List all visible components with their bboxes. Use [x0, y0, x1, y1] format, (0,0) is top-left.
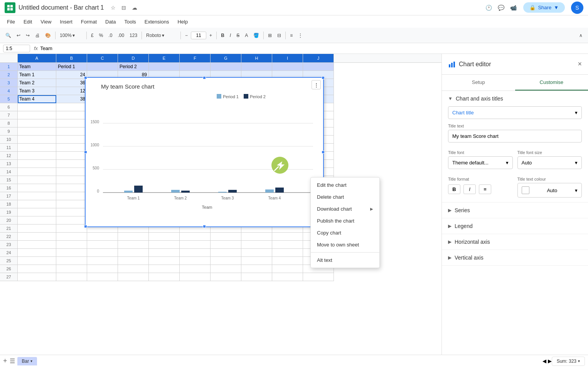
row-header-18[interactable]: 18: [0, 200, 18, 208]
cell-B18[interactable]: [56, 200, 87, 208]
col-header-I[interactable]: I: [272, 54, 303, 62]
cell-G27[interactable]: [211, 273, 241, 281]
history-icon[interactable]: 🕐: [485, 4, 492, 12]
ctx-download-chart[interactable]: Download chart ▶: [311, 203, 379, 215]
cell-A24[interactable]: [18, 249, 56, 257]
cell-F24[interactable]: [180, 249, 211, 257]
row-header-3[interactable]: 3: [0, 79, 18, 87]
menu-view[interactable]: View: [37, 17, 55, 26]
cell-A4[interactable]: Team 3: [18, 87, 56, 95]
cell-A27[interactable]: [18, 273, 56, 281]
cell-G26[interactable]: [211, 265, 241, 273]
cell-A25[interactable]: [18, 257, 56, 265]
borders-button[interactable]: ⊞: [266, 31, 274, 40]
row-header-8[interactable]: 8: [0, 119, 18, 127]
resize-handle-bl[interactable]: [84, 225, 87, 228]
ctx-move-sheet[interactable]: Move to own sheet: [311, 239, 379, 251]
cell-D1[interactable]: Period 2: [118, 63, 149, 71]
resize-handle-ml[interactable]: [84, 151, 87, 154]
font-decrease-button[interactable]: −: [183, 31, 190, 40]
cell-A17[interactable]: [18, 192, 56, 200]
cell-E22[interactable]: [149, 233, 180, 241]
row-header-21[interactable]: 21: [0, 225, 18, 233]
chart-title-dropdown[interactable]: Chart title ▾: [448, 106, 582, 119]
cell-G22[interactable]: [211, 233, 241, 241]
scroll-left-button[interactable]: ◀: [543, 358, 546, 364]
cell-A14[interactable]: [18, 168, 56, 176]
cell-F22[interactable]: [180, 233, 211, 241]
cell-B14[interactable]: [56, 168, 87, 176]
title-font-select[interactable]: Theme default... ▾: [448, 156, 513, 169]
cell-A2[interactable]: Team 1: [18, 71, 56, 79]
ctx-alt-text[interactable]: Alt text: [311, 254, 379, 266]
series-section[interactable]: ▶ Series: [442, 203, 588, 218]
strikethrough-button[interactable]: S: [234, 31, 242, 40]
cell-B1[interactable]: Period 1: [56, 63, 87, 71]
cell-C24[interactable]: [87, 249, 118, 257]
cell-H27[interactable]: [241, 273, 272, 281]
print-button[interactable]: 🖨: [33, 31, 42, 40]
row-header-27[interactable]: 27: [0, 273, 18, 281]
title-text-input[interactable]: [448, 130, 582, 142]
cell-A19[interactable]: [18, 208, 56, 216]
row-header-20[interactable]: 20: [0, 216, 18, 225]
row-header-1[interactable]: 1: [0, 63, 18, 71]
resize-handle-tr[interactable]: [322, 76, 325, 79]
cell-A1[interactable]: Team: [18, 63, 56, 71]
cell-C1[interactable]: [87, 63, 118, 71]
resize-handle-tm[interactable]: [203, 76, 206, 79]
cell-B26[interactable]: [56, 265, 87, 273]
col-header-A[interactable]: A: [18, 54, 56, 62]
legend-section[interactable]: ▶ Legend: [442, 218, 588, 234]
menu-extensions[interactable]: Extensions: [141, 17, 173, 26]
row-header-25[interactable]: 25: [0, 257, 18, 265]
font-select[interactable]: Roboto ▾: [144, 31, 179, 40]
search-button[interactable]: 🔍: [3, 31, 13, 40]
hide-toolbar-button[interactable]: ∧: [577, 31, 585, 40]
name-box[interactable]: [3, 45, 30, 52]
bold-format-button[interactable]: B: [448, 184, 460, 194]
cell-B6[interactable]: [56, 103, 87, 111]
cell-B23[interactable]: [56, 241, 87, 249]
cell-A10[interactable]: [18, 136, 56, 144]
row-header-23[interactable]: 23: [0, 241, 18, 249]
cell-C23[interactable]: [87, 241, 118, 249]
cloud-icon[interactable]: ☁: [131, 4, 138, 12]
cell-A7[interactable]: [18, 111, 56, 119]
resize-handle-bm[interactable]: [203, 225, 206, 228]
col-header-H[interactable]: H: [241, 54, 272, 62]
cell-H26[interactable]: [241, 265, 272, 273]
fill-color-button[interactable]: 🪣: [251, 31, 261, 40]
currency-button[interactable]: £: [89, 31, 96, 40]
cell-E23[interactable]: [149, 241, 180, 249]
chart-area[interactable]: ⋮ My team Score chart Period 1 Period 2 …: [85, 77, 324, 227]
cell-D25[interactable]: [118, 257, 149, 265]
vertical-axis-section[interactable]: ▶ Vertical axis: [442, 250, 588, 266]
row-header-17[interactable]: 17: [0, 192, 18, 200]
col-header-B[interactable]: B: [56, 54, 87, 62]
bold-button[interactable]: B: [219, 31, 227, 40]
zoom-select[interactable]: 100% ▾: [57, 31, 84, 40]
meet-icon[interactable]: 📹: [509, 4, 517, 12]
ctx-copy-chart[interactable]: Copy chart: [311, 227, 379, 239]
cell-B27[interactable]: [56, 273, 87, 281]
row-header-15[interactable]: 15: [0, 176, 18, 184]
cell-I26[interactable]: [272, 265, 303, 273]
cell-A26[interactable]: [18, 265, 56, 273]
cell-B15[interactable]: [56, 176, 87, 184]
cell-I25[interactable]: [272, 257, 303, 265]
cell-G23[interactable]: [211, 241, 241, 249]
cell-B13[interactable]: [56, 160, 87, 168]
cell-E26[interactable]: [149, 265, 180, 273]
formula-input[interactable]: [40, 45, 585, 51]
menu-tools[interactable]: Tools: [120, 17, 140, 26]
title-font-size-select[interactable]: Auto ▾: [517, 156, 582, 169]
cell-C25[interactable]: [87, 257, 118, 265]
cell-A20[interactable]: [18, 216, 56, 225]
col-header-C[interactable]: C: [87, 54, 118, 62]
cell-B9[interactable]: [56, 127, 87, 136]
cell-H1[interactable]: [241, 63, 272, 71]
cell-F26[interactable]: [180, 265, 211, 273]
row-header-26[interactable]: 26: [0, 265, 18, 273]
row-header-12[interactable]: 12: [0, 152, 18, 160]
